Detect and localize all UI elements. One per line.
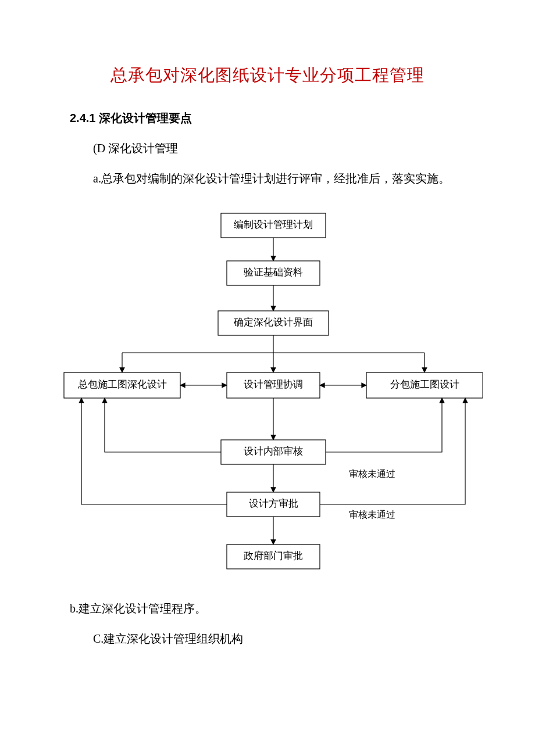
- paragraph-c: C.建立深化设计管理组织机构: [70, 627, 465, 650]
- edge-n8-n6-fail: [320, 398, 465, 504]
- svg-text:设计管理协调: 设计管理协调: [244, 379, 303, 390]
- edge-n7-n6-fail: [326, 398, 442, 452]
- edge-n7-n4-fail: [105, 398, 221, 452]
- page-title: 总承包对深化图纸设计专业分项工程管理: [70, 64, 465, 87]
- node-design-approval: 设计方审批: [227, 492, 320, 517]
- node-gov-approval: 政府部门审批: [227, 544, 320, 569]
- node-general-design: 总包施工图深化设计: [64, 372, 180, 398]
- node-coordination: 设计管理协调: [227, 372, 320, 398]
- svg-text:总包施工图深化设计: 总包施工图深化设计: [77, 379, 167, 390]
- paragraph-b: b.建立深化设计管理程序。: [70, 597, 465, 620]
- node-interface: 确定深化设计界面: [218, 311, 329, 335]
- flowchart-svg: 编制设计管理计划 验证基础资料 确定深化设计界面 总: [52, 207, 483, 591]
- paragraph-a: a.总承包对编制的深化设计管理计划进行评审，经批准后，落实实施。: [70, 167, 465, 190]
- edge-n8-n4-fail: [81, 398, 227, 504]
- label-fail-2: 审核未通过: [349, 510, 395, 519]
- node-verify: 验证基础资料: [227, 261, 320, 285]
- svg-text:设计内部审核: 设计内部审核: [244, 446, 303, 457]
- svg-text:确定深化设计界面: 确定深化设计界面: [233, 317, 313, 328]
- flowchart: 编制设计管理计划 验证基础资料 确定深化设计界面 总: [52, 207, 483, 591]
- section-heading: 2.4.1 深化设计管理要点: [70, 110, 465, 126]
- svg-text:编制设计管理计划: 编制设计管理计划: [234, 219, 313, 230]
- svg-text:验证基础资料: 验证基础资料: [244, 267, 303, 278]
- svg-text:设计方审批: 设计方审批: [249, 498, 298, 509]
- paragraph-d: (D 深化设计管理: [70, 137, 465, 160]
- node-internal-review: 设计内部审核: [221, 440, 326, 464]
- node-plan: 编制设计管理计划: [221, 213, 326, 238]
- document-page: 总承包对深化图纸设计专业分项工程管理 2.4.1 深化设计管理要点 (D 深化设…: [0, 0, 535, 692]
- svg-text:分包施工图设计: 分包施工图设计: [390, 379, 459, 390]
- node-sub-design: 分包施工图设计: [366, 372, 483, 398]
- label-fail-1: 审核未通过: [349, 469, 395, 479]
- svg-text:政府部门审批: 政府部门审批: [244, 550, 303, 561]
